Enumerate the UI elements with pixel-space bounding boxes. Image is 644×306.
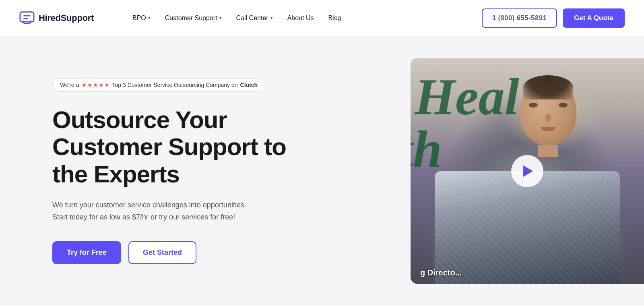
hero-subtitle: We turn your customer service challenges… xyxy=(52,199,254,223)
badge-suffix-plain: Top 3 Customer Service Outsourcing Compa… xyxy=(112,82,238,88)
chevron-down-icon: ▾ xyxy=(270,15,273,21)
video-panel: Heal th xyxy=(411,58,644,284)
shirt-pattern xyxy=(435,171,620,284)
nav-item-about-us[interactable]: About Us xyxy=(281,10,320,26)
hero-buttons: Try for Free Get Started xyxy=(52,241,302,264)
chevron-down-icon: ▾ xyxy=(148,15,151,21)
nose xyxy=(545,114,551,122)
mouth xyxy=(541,127,555,131)
nav-label-about-us: About Us xyxy=(287,14,314,22)
badge-suffix-bold: Clutch xyxy=(240,82,258,88)
nav-item-bpo[interactable]: BPO ▾ xyxy=(126,10,157,26)
navbar: HiredSupport BPO ▾ Customer Support ▾ Ca… xyxy=(0,0,644,36)
nav-actions: 1 (800) 655-5891 Get A Quote xyxy=(482,8,625,28)
video-bg-text2: th xyxy=(411,123,442,175)
hero-content: We're a ★★★★★ Top 3 Customer Service Out… xyxy=(52,78,326,264)
eye-left xyxy=(529,103,538,108)
neck xyxy=(538,145,558,157)
chevron-down-icon: ▾ xyxy=(219,15,222,21)
hero-section: We're a ★★★★★ Top 3 Customer Service Out… xyxy=(0,36,644,306)
get-started-button[interactable]: Get Started xyxy=(128,241,196,264)
phone-button[interactable]: 1 (800) 655-5891 xyxy=(482,8,557,28)
shirt xyxy=(435,171,620,284)
brand-name: HiredSupport xyxy=(39,13,94,23)
nav-item-call-center[interactable]: Call Center ▾ xyxy=(230,10,279,26)
logo-icon xyxy=(19,10,35,27)
nav-links: BPO ▾ Customer Support ▾ Call Center ▾ A… xyxy=(126,10,482,26)
badge-prefix: We're a xyxy=(60,82,79,88)
try-free-button[interactable]: Try for Free xyxy=(52,241,121,264)
nav-label-customer-support: Customer Support xyxy=(165,14,217,22)
play-button[interactable] xyxy=(511,155,543,187)
nav-item-customer-support[interactable]: Customer Support ▾ xyxy=(159,10,228,26)
rating-badge: We're a ★★★★★ Top 3 Customer Service Out… xyxy=(52,78,265,92)
face-shape xyxy=(520,79,576,145)
hero-title: Outsource Your Customer Support to the E… xyxy=(52,106,302,188)
nav-label-blog: Blog xyxy=(328,14,341,22)
eye-right xyxy=(559,103,568,108)
video-background: Heal th xyxy=(411,58,644,284)
svg-rect-0 xyxy=(20,12,34,22)
logo-link[interactable]: HiredSupport xyxy=(19,10,94,27)
nav-label-call-center: Call Center xyxy=(236,14,268,22)
play-icon xyxy=(523,165,533,177)
video-bottom-label: g Directo... xyxy=(420,268,462,277)
star-rating: ★★★★★ xyxy=(82,82,110,88)
hair xyxy=(523,75,573,99)
nav-label-bpo: BPO xyxy=(132,14,146,22)
get-quote-button[interactable]: Get A Quote xyxy=(563,8,625,28)
nav-item-blog[interactable]: Blog xyxy=(322,10,347,26)
